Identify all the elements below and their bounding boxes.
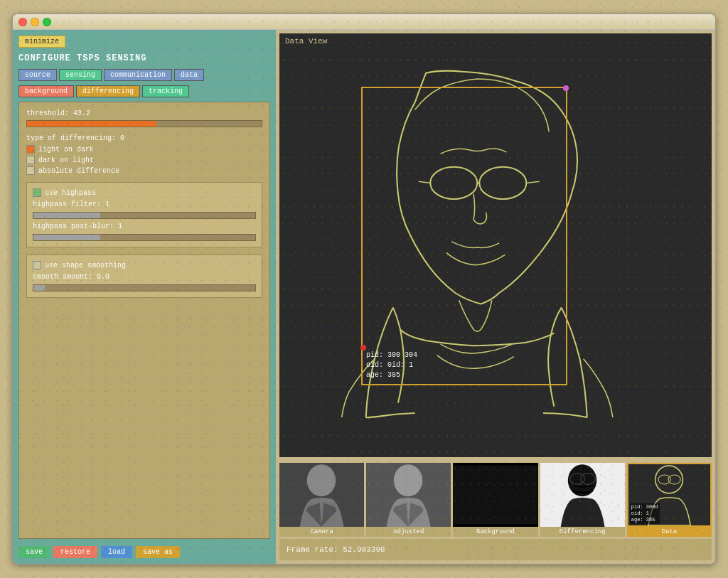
- thumb-background[interactable]: Background: [453, 463, 537, 537]
- tab-background[interactable]: background: [18, 85, 74, 97]
- tab-communication[interactable]: communication: [104, 69, 172, 81]
- save-as-button[interactable]: save as: [136, 546, 180, 558]
- settings-panel: threshold: 43.2 type of differencing: 0 …: [18, 102, 270, 539]
- tracking-box: pid: 300 304 oid: 0id: 1 age: 385: [361, 87, 567, 385]
- radio-label-3: absolute difference: [38, 167, 119, 175]
- thumb-differencing-img: [540, 463, 625, 527]
- highpass-section: use highpass highpass filter: 1 highpass…: [26, 182, 262, 247]
- use-highpass-row[interactable]: use highpass: [33, 188, 256, 197]
- status-bar: T S P S # OF PEOPLE 2 PERSON ENTERED PER…: [13, 564, 715, 564]
- framerate-text: Frame rate: 52.983398: [287, 545, 385, 554]
- smooth-amount-slider[interactable]: [33, 284, 256, 291]
- data-view-area: Data View: [279, 33, 712, 457]
- tab-data[interactable]: data: [174, 69, 204, 81]
- highpass-filter-label: highpass filter: 1: [33, 200, 256, 208]
- thumb-adjusted-label: Adjusted: [366, 527, 451, 537]
- left-panel: minimize CONFIGURE TSPS SENSING source s…: [13, 30, 276, 564]
- minimize-btn[interactable]: minimize: [18, 36, 65, 48]
- tracking-dot: [563, 85, 569, 91]
- traffic-lights: [18, 18, 51, 26]
- radio-absolute-diff[interactable]: absolute difference: [26, 166, 262, 175]
- tab-tracking[interactable]: tracking: [142, 85, 189, 97]
- thumb-background-img: [453, 463, 537, 527]
- maximize-button[interactable]: [43, 18, 51, 26]
- thumb-data-label: Data: [627, 527, 712, 537]
- thumb-camera[interactable]: Camera: [279, 463, 364, 537]
- save-button[interactable]: save: [18, 546, 50, 558]
- thumb-pid-info: pid: 300doid: 1age: 385: [630, 503, 660, 524]
- differencing-group: type of differencing: 0 light on dark da…: [26, 134, 262, 175]
- app-window: minimize CONFIGURE TSPS SENSING source s…: [12, 14, 716, 564]
- pid-info: pid: 300 304 oid: 0id: 1 age: 385: [366, 350, 417, 380]
- right-panel: Data View: [276, 30, 715, 564]
- use-highpass-checkbox[interactable]: [33, 188, 41, 197]
- configure-title: CONFIGURE TSPS SENSING: [18, 53, 270, 63]
- svg-rect-9: [453, 466, 537, 525]
- smoothing-section: use shape smoothing smooth amount: 0.0: [26, 255, 262, 298]
- adjusted-preview-svg: [366, 463, 451, 527]
- svg-point-8: [394, 464, 423, 496]
- restore-button[interactable]: restore: [53, 546, 97, 558]
- main-content: minimize CONFIGURE TSPS SENSING source s…: [13, 30, 715, 564]
- use-highpass-label: use highpass: [45, 189, 96, 197]
- thumb-camera-img: [279, 463, 364, 527]
- thumb-differencing-label: Differencing: [540, 527, 625, 537]
- radio-box-2[interactable]: [26, 156, 35, 164]
- use-smoothing-row[interactable]: use shape smoothing: [33, 261, 256, 269]
- tab-source[interactable]: source: [18, 69, 57, 81]
- differencing-type-label: type of differencing: 0: [26, 134, 262, 142]
- thumb-data[interactable]: pid: 300doid: 1age: 385 Data: [627, 463, 712, 537]
- differencing-preview-svg: [540, 463, 625, 527]
- use-smoothing-checkbox[interactable]: [33, 261, 41, 269]
- minimize-button[interactable]: [31, 18, 39, 26]
- bottom-buttons: save restore load save as: [18, 546, 270, 558]
- tab-row-1: source sensing communication data: [18, 69, 270, 81]
- pid-label: pid: 300 304: [366, 350, 417, 360]
- radio-label-2: dark on light: [38, 156, 94, 164]
- age-label: age: 385: [366, 370, 417, 380]
- framerate-bar: Frame rate: 52.983398: [279, 539, 712, 560]
- thumb-differencing[interactable]: Differencing: [540, 463, 625, 537]
- radio-label-1: light on dark: [38, 146, 94, 154]
- threshold-label: threshold: 43.2: [26, 109, 262, 117]
- pid-dot: [360, 345, 366, 350]
- radio-group: light on dark dark on light absolute dif…: [26, 145, 262, 175]
- thumb-background-label: Background: [453, 527, 537, 537]
- data-view-label: Data View: [285, 37, 327, 46]
- smooth-amount-label: smooth amount: 0.0: [33, 273, 256, 281]
- highpass-postblur-slider[interactable]: [33, 234, 256, 241]
- use-smoothing-label: use shape smoothing: [45, 262, 126, 269]
- oid-label: oid: 0id: 1: [366, 360, 417, 370]
- threshold-slider[interactable]: [26, 120, 262, 127]
- thumb-data-img: pid: 300doid: 1age: 385: [627, 463, 712, 527]
- tab-sensing[interactable]: sensing: [59, 69, 102, 81]
- thumb-adjusted[interactable]: Adjusted: [366, 463, 451, 537]
- threshold-group: threshold: 43.2: [26, 109, 262, 127]
- thumb-adjusted-img: [366, 463, 451, 527]
- background-preview-svg: [453, 463, 537, 527]
- tab-row-2: background differencing tracking: [18, 85, 270, 97]
- highpass-postblur-label: highpass post-blur: 1: [33, 223, 256, 230]
- thumb-camera-label: Camera: [279, 527, 364, 537]
- radio-dark-on-light[interactable]: dark on light: [26, 156, 262, 164]
- camera-preview-svg: [279, 463, 364, 527]
- load-button[interactable]: load: [101, 546, 132, 558]
- radio-box-3[interactable]: [26, 166, 35, 175]
- highpass-filter-slider[interactable]: [33, 212, 256, 219]
- radio-box-1[interactable]: [26, 145, 35, 154]
- svg-point-6: [307, 464, 336, 496]
- thumbnail-strip: Camera Adjusted: [276, 461, 715, 539]
- close-button[interactable]: [18, 18, 27, 26]
- tab-differencing[interactable]: differencing: [76, 85, 140, 97]
- title-bar: [13, 14, 715, 30]
- radio-light-on-dark[interactable]: light on dark: [26, 145, 262, 154]
